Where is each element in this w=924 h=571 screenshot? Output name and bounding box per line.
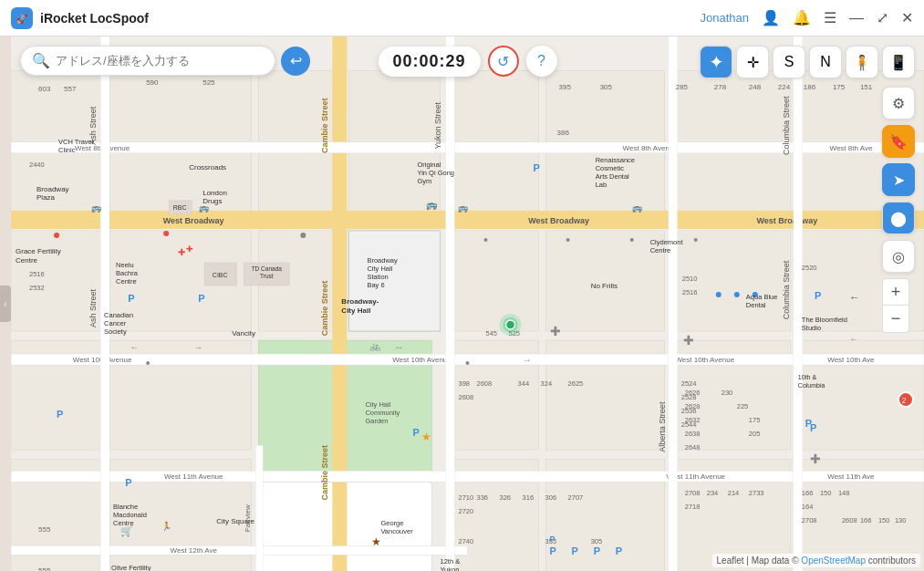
svg-text:West 11th Avenue: West 11th Avenue <box>164 472 223 481</box>
maximize-icon[interactable]: ⤢ <box>877 9 888 26</box>
svg-rect-8 <box>546 71 665 213</box>
svg-text:Trust: Trust <box>260 273 274 279</box>
timer-refresh-button[interactable]: ↺ <box>488 46 519 77</box>
svg-text:324: 324 <box>541 379 553 388</box>
timer-display: 00:00:29 <box>378 47 480 77</box>
direction-icon: ➤ <box>893 171 905 189</box>
svg-text:Neelu: Neelu <box>116 261 134 269</box>
svg-text:P: P <box>815 290 821 301</box>
svg-text:City Hall: City Hall <box>367 265 392 273</box>
svg-point-110 <box>734 292 740 297</box>
attribution-osm-link[interactable]: OpenStreetMap <box>801 555 866 566</box>
zoom-in-button[interactable]: + <box>882 278 909 306</box>
search-button[interactable]: ↩ <box>281 47 310 76</box>
svg-text:555: 555 <box>38 566 51 571</box>
bookmark-icon: 🔖 <box>889 133 908 151</box>
route-icon: S <box>784 54 794 70</box>
svg-text:Ash Street: Ash Street <box>88 289 98 328</box>
svg-rect-54 <box>445 36 454 571</box>
locate-button[interactable]: ◎ <box>882 240 915 273</box>
main-content: ‹ <box>0 36 924 571</box>
svg-text:12th &: 12th & <box>440 557 460 566</box>
svg-text:306: 306 <box>545 493 557 502</box>
svg-text:P: P <box>57 409 63 420</box>
svg-text:344: 344 <box>518 379 530 388</box>
person-button[interactable]: 🧍 <box>846 46 878 78</box>
svg-text:P: P <box>128 293 134 304</box>
search-input-wrap[interactable]: 🔍 <box>20 46 275 76</box>
svg-text:2608: 2608 <box>458 393 473 401</box>
svg-text:Studio: Studio <box>802 324 821 332</box>
minus-icon: − <box>891 309 901 328</box>
close-icon[interactable]: ✕ <box>901 9 913 26</box>
direction-button[interactable]: ➤ <box>882 163 915 196</box>
svg-text:West Broadway: West Broadway <box>163 216 224 225</box>
svg-text:2625: 2625 <box>568 379 584 388</box>
svg-text:←: ← <box>849 291 860 304</box>
svg-text:Broadway-: Broadway- <box>341 297 379 306</box>
device-button[interactable]: 📱 <box>882 46 915 78</box>
map-background: West Broadway West Broadway West Broadwa… <box>11 36 924 571</box>
svg-text:🛒: 🛒 <box>120 524 133 537</box>
device-icon: 📱 <box>889 54 908 71</box>
svg-rect-6 <box>348 71 440 213</box>
svg-text:2718: 2718 <box>685 503 701 511</box>
svg-text:West 10th Ave: West 10th Ave <box>827 356 875 364</box>
timer-help-button[interactable]: ? <box>526 46 557 77</box>
route-button[interactable]: S <box>773 46 805 78</box>
search-submit-icon: ↩ <box>290 52 302 69</box>
zoom-out-button[interactable]: − <box>882 306 909 333</box>
svg-text:2720: 2720 <box>458 507 473 515</box>
map-container[interactable]: West Broadway West Broadway West Broadwa… <box>11 36 924 571</box>
menu-icon[interactable]: ☰ <box>824 9 836 26</box>
svg-text:336: 336 <box>477 493 489 502</box>
user-icon[interactable]: 👤 <box>762 9 780 26</box>
svg-text:🚀: 🚀 <box>16 13 28 25</box>
person-icon: 🧍 <box>853 54 871 71</box>
svg-text:386: 386 <box>557 129 570 137</box>
svg-text:Canadian: Canadian <box>104 311 133 319</box>
svg-text:Macdonald: Macdonald <box>113 511 147 519</box>
svg-text:Yin Qi Gong: Yin Qi Gong <box>417 169 454 177</box>
titlebar: 🚀 iRocket LocSpoof Jonathan 👤 🔔 ☰ — ⤢ ✕ <box>0 0 924 36</box>
settings-button[interactable]: ⚙ <box>882 87 915 119</box>
svg-text:2740: 2740 <box>458 537 473 545</box>
help-icon: ? <box>537 53 545 69</box>
app-title: iRocket LocSpoof <box>40 11 149 26</box>
search-input[interactable] <box>56 54 264 67</box>
svg-text:Cambie Street: Cambie Street <box>320 99 329 154</box>
svg-text:Station: Station <box>367 273 388 281</box>
svg-text:Original: Original <box>417 161 441 169</box>
svg-text:Arts Dental: Arts Dental <box>596 172 629 181</box>
svg-text:VCH Travel: VCH Travel <box>58 138 94 146</box>
plus-icon: + <box>891 283 901 302</box>
svg-text:2516: 2516 <box>29 270 45 278</box>
svg-rect-53 <box>100 36 109 571</box>
svg-text:166: 166 <box>860 516 872 524</box>
svg-text:230: 230 <box>722 389 733 397</box>
svg-text:↔: ↔ <box>394 342 403 352</box>
bell-icon[interactable]: 🔔 <box>793 9 811 26</box>
svg-text:545: 545 <box>486 329 498 337</box>
sidebar-toggle-button[interactable]: ‹ <box>0 286 11 322</box>
svg-rect-7 <box>447 71 538 213</box>
svg-text:Vancity: Vancity <box>232 329 255 337</box>
svg-text:234: 234 <box>707 489 719 497</box>
minimize-icon[interactable]: — <box>849 10 864 26</box>
map-svg: West Broadway West Broadway West Broadwa… <box>11 36 924 571</box>
move-button[interactable]: ✛ <box>736 46 769 78</box>
svg-text:2: 2 <box>901 396 906 405</box>
bookmark-button[interactable]: 🔖 <box>882 125 915 158</box>
svg-text:305: 305 <box>600 83 613 91</box>
svg-text:603: 603 <box>38 85 51 93</box>
compass-button[interactable]: ✦ <box>700 46 732 78</box>
svg-text:164: 164 <box>802 503 814 511</box>
map-attribution: Leaflet | Map data © OpenStreetMap contr… <box>712 554 920 567</box>
svg-text:P: P <box>805 418 812 429</box>
svg-text:Yukon: Yukon <box>440 566 459 571</box>
svg-rect-57 <box>255 445 263 571</box>
svg-text:2532: 2532 <box>29 284 45 292</box>
svg-text:London: London <box>202 189 227 197</box>
nav-button[interactable]: N <box>809 46 842 78</box>
toggle-button[interactable]: ⬤ <box>882 202 915 234</box>
